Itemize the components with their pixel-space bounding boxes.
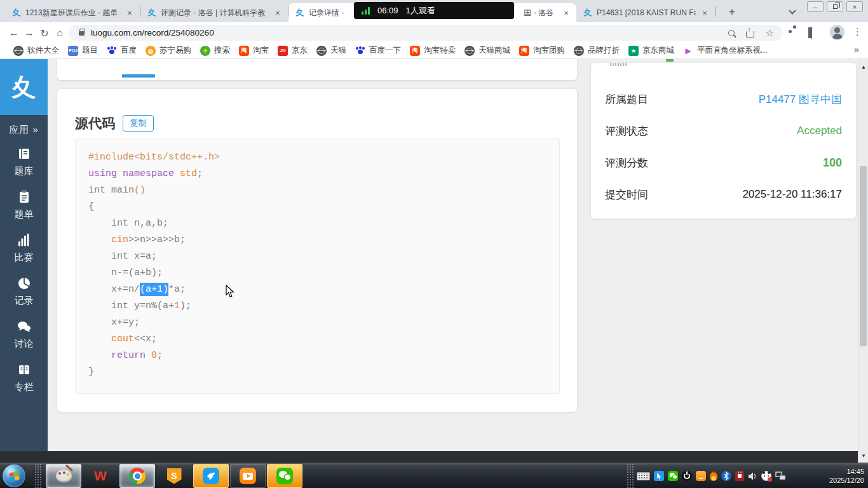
bookmark-item[interactable]: JD京东 bbox=[273, 44, 312, 58]
sidebar-item-pie[interactable]: 记录 bbox=[15, 276, 34, 307]
sidebar-item-label: 专栏 bbox=[15, 381, 34, 393]
bookmark-item[interactable]: POJ题目 bbox=[64, 44, 102, 58]
bookmark-item[interactable]: ★京东商城 bbox=[624, 44, 679, 58]
sidebar-item-chat[interactable]: 讨论 bbox=[15, 319, 34, 350]
copy-button[interactable]: 复制 bbox=[123, 115, 154, 132]
bookmark-item[interactable]: 天猫 bbox=[312, 44, 351, 58]
page-scrollbar[interactable]: ▲ ▼ bbox=[858, 59, 868, 463]
tray-orange-app-icon[interactable] bbox=[696, 471, 706, 481]
tray-grip bbox=[627, 463, 634, 488]
tab-close-icon[interactable]: × bbox=[273, 8, 283, 18]
bookmarks-overflow-icon[interactable]: » bbox=[854, 44, 859, 55]
scrollbar-thumb[interactable] bbox=[860, 166, 867, 346]
taskbar-app-wps[interactable]: W bbox=[83, 464, 118, 488]
sidebar-item-book[interactable]: 题库 bbox=[15, 146, 34, 177]
code-token: x+=n/ bbox=[88, 284, 140, 295]
luogu-logo[interactable]: 夊 bbox=[0, 59, 48, 115]
globe-favicon bbox=[465, 46, 475, 56]
browser-menu-icon[interactable]: ⋮ bbox=[853, 26, 862, 37]
start-button[interactable] bbox=[3, 464, 25, 487]
scroll-down-icon[interactable]: ▼ bbox=[861, 453, 866, 459]
tao-favicon: 淘 bbox=[519, 46, 529, 56]
bookmark-item[interactable]: 天猫商城 bbox=[460, 44, 515, 58]
sidebar-item-label: 讨论 bbox=[15, 338, 34, 350]
bookmark-item[interactable]: 淘淘宝团购 bbox=[515, 44, 569, 58]
back-icon[interactable]: ← bbox=[6, 25, 22, 41]
taskbar-app-scratch[interactable]: S bbox=[156, 464, 192, 488]
reload-icon[interactable]: ↻ bbox=[37, 25, 52, 41]
code-token: ; bbox=[157, 350, 163, 361]
code-token: >>n>>a>>b; bbox=[128, 234, 186, 245]
restore-button[interactable] bbox=[827, 1, 843, 12]
sidebar-item-chart[interactable]: 比赛 bbox=[15, 233, 34, 264]
book-icon bbox=[17, 146, 32, 163]
chrome-icon bbox=[129, 468, 146, 484]
browser-tab-1[interactable]: 夊 1213新星班课后作业 - 题单 - × bbox=[5, 3, 140, 22]
problem-link[interactable]: P14477 图寻中国 bbox=[759, 92, 842, 107]
home-icon[interactable]: ⌂ bbox=[52, 25, 67, 41]
bookmark-item[interactable]: ▶平面直角坐标系视... bbox=[679, 44, 771, 58]
tray-speaker-icon[interactable] bbox=[748, 471, 757, 481]
minimize-button[interactable]: – bbox=[807, 1, 824, 12]
taskbar-app-dingtalk[interactable] bbox=[193, 464, 229, 488]
code-block[interactable]: #include<bits/stdc++.h>using namespace s… bbox=[75, 139, 560, 394]
lion-favicon bbox=[146, 46, 156, 56]
detail-value: 2025-12-20 11:36:17 bbox=[742, 188, 842, 201]
bookmark-item[interactable]: +搜索 bbox=[196, 44, 234, 58]
code-line: x+=n/(a+1)*a; bbox=[88, 281, 559, 298]
bookmark-item[interactable]: 淘淘宝特卖 bbox=[405, 44, 460, 58]
bookmark-item[interactable]: 百度一下 bbox=[351, 44, 405, 58]
taskbar-clock[interactable]: 14:45 2025/12/20 bbox=[829, 467, 864, 485]
tray-keyboard-icon[interactable] bbox=[637, 472, 650, 480]
tray-antivirus-panda-icon[interactable] bbox=[761, 471, 771, 481]
scratch-icon: S bbox=[167, 468, 182, 484]
share-icon[interactable] bbox=[746, 31, 754, 37]
tray-power-icon[interactable] bbox=[682, 471, 692, 481]
paw-favicon bbox=[355, 46, 365, 56]
forward-icon[interactable]: → bbox=[22, 25, 37, 41]
tab-close-icon[interactable]: × bbox=[125, 8, 135, 18]
bookmark-item[interactable]: 软件大全 bbox=[9, 44, 64, 58]
profile-avatar[interactable] bbox=[830, 25, 844, 39]
tray-blue-pointer-icon[interactable] bbox=[654, 471, 664, 481]
bookmark-item[interactable]: 品牌打折 bbox=[569, 44, 624, 58]
tray-flame-icon[interactable] bbox=[710, 471, 717, 481]
sidebar-item-list[interactable]: 题单 bbox=[15, 189, 34, 220]
tab-close-icon[interactable]: × bbox=[700, 8, 710, 18]
sidebar-item-column[interactable]: 专栏 bbox=[15, 362, 34, 393]
detail-label: 评测状态 bbox=[605, 124, 648, 139]
url-text[interactable]: luogu.com.cn/record/254080260 bbox=[91, 28, 728, 37]
close-button[interactable]: × bbox=[846, 1, 863, 12]
tab-close-icon[interactable]: × bbox=[561, 8, 571, 18]
code-line: int n,a,b; bbox=[88, 215, 559, 232]
sidebar-item-apps[interactable]: 应用 » bbox=[9, 124, 39, 136]
code-line: x+=y; bbox=[88, 315, 559, 331]
tray-wechat-mini-icon[interactable] bbox=[668, 471, 678, 481]
tray-bluetooth-icon[interactable] bbox=[721, 471, 731, 481]
browser-tab-4[interactable]: 夊 P14631 [2018 KAIST RUN Fa × bbox=[576, 3, 715, 22]
new-tab-button[interactable]: + bbox=[724, 6, 740, 18]
bookmark-item[interactable]: 百度 bbox=[102, 44, 141, 58]
clipped-fragment bbox=[610, 63, 627, 66]
omnibox-actions: ☆ bbox=[728, 27, 774, 39]
tray-power-plug-icon[interactable] bbox=[735, 471, 744, 481]
tray-network-icon[interactable] bbox=[775, 471, 786, 481]
bookmark-item[interactable]: 淘淘宝 bbox=[234, 44, 273, 58]
taskbar-app-wechat[interactable] bbox=[267, 464, 302, 488]
zoom-icon[interactable] bbox=[728, 30, 735, 36]
taskbar-app-paint[interactable] bbox=[46, 464, 81, 488]
code-token: int y=n%(a+ bbox=[88, 301, 174, 311]
taskbar-app-chrome[interactable] bbox=[119, 464, 155, 488]
bookmark-star-icon[interactable]: ☆ bbox=[766, 27, 774, 39]
luogu-favicon: 夊 bbox=[583, 8, 593, 18]
chevron-down-icon[interactable] bbox=[789, 7, 796, 14]
clock-time: 14:45 bbox=[829, 467, 864, 476]
scroll-up-icon[interactable]: ▲ bbox=[861, 64, 866, 70]
bookmark-item[interactable]: 苏宁易购 bbox=[141, 44, 196, 58]
code-line: { bbox=[88, 199, 559, 215]
side-panel-icon[interactable] bbox=[811, 27, 812, 39]
browser-tab-2[interactable]: 夊 评测记录 - 洛谷 | 计算机科学教 × bbox=[140, 3, 288, 22]
bookmark-label: 搜索 bbox=[214, 45, 230, 56]
address-bar[interactable]: luogu.com.cn/record/254080260 ☆ bbox=[69, 25, 783, 41]
taskbar-app-tv[interactable] bbox=[230, 464, 266, 488]
